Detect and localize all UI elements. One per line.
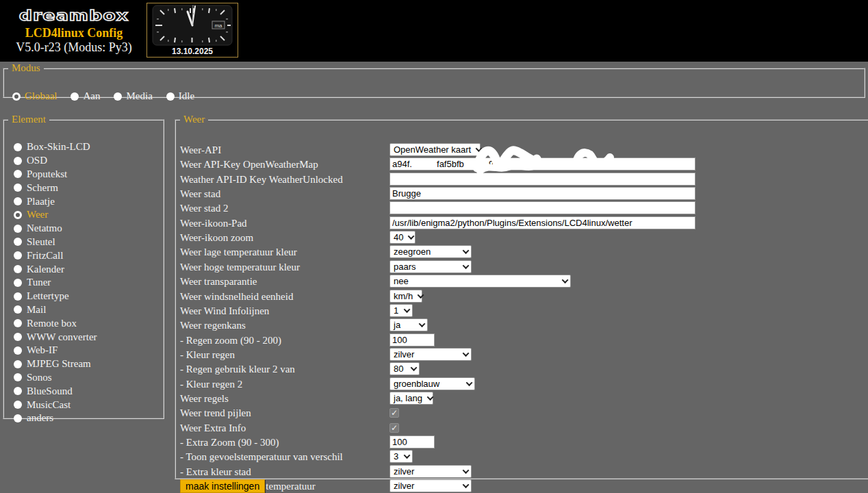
radio-icon[interactable] [14, 157, 22, 165]
weer-regenkans-select[interactable]: ja [390, 318, 428, 331]
extra-zoom-90-300-input[interactable] [390, 435, 435, 448]
weer-transparantie-select[interactable]: nee [390, 275, 571, 288]
chevron-down-icon [463, 481, 470, 488]
weer-windsnelheid-eenheid-select[interactable]: km/h [390, 290, 422, 303]
element-item-osd[interactable]: OSD [14, 154, 160, 168]
clock-day-label: ma [214, 23, 222, 29]
weer-row-weer-wind-infolijnen: Weer Wind Infolijnen1 [180, 303, 868, 318]
radio-icon[interactable] [14, 387, 22, 395]
weather-api-id-key-weatherunlocked-input[interactable] [390, 173, 695, 186]
field-label: - Extra kleur stad [180, 466, 251, 477]
radio-icon[interactable] [114, 92, 122, 101]
radio-icon[interactable] [166, 92, 175, 101]
radio-icon[interactable] [14, 305, 22, 314]
weer-ikoon-zoom-select[interactable]: 40 [390, 231, 416, 244]
field-label: Weer lage temperatuur kleur [180, 246, 297, 257]
element-item-www-converter[interactable]: WWW converter [14, 330, 160, 344]
element-item-mail[interactable]: Mail [14, 303, 160, 317]
element-item-fritzcall[interactable]: FritzCall [14, 249, 160, 262]
weer-wind-infolijnen-select[interactable]: 1 [390, 304, 413, 317]
element-item-box-skin-lcd[interactable]: Box-Skin-LCD [14, 140, 160, 154]
weer-regels-select[interactable]: ja, lang [390, 392, 433, 405]
modus-fieldset: Modus Globaal Aan Media Idle [3, 62, 865, 98]
selected-value: km/h [394, 290, 413, 302]
kleur-regen-select[interactable]: zilver [390, 348, 472, 361]
radio-icon[interactable] [14, 225, 22, 233]
element-item-plaatje[interactable]: Plaatje [14, 194, 160, 208]
radio-icon[interactable] [14, 238, 22, 246]
radio-icon[interactable] [14, 414, 22, 422]
weer-row-weer-lage-temperatuur-kleur: Weer lage temperatuur kleurzeegroen [180, 244, 868, 259]
lcd-clock-preview[interactable]: ma 13.10.2025 [146, 3, 238, 58]
element-item-poputekst[interactable]: Poputekst [14, 168, 160, 181]
kleur-regen-2-select[interactable]: groenblauw [390, 377, 475, 390]
clock-face-graphic: ma 13.10.2025 [147, 3, 238, 57]
element-item-anders[interactable]: anders [14, 412, 160, 425]
radio-icon[interactable] [14, 197, 22, 205]
selected-value: 40 [394, 231, 403, 243]
weer-hoge-temperatuur-kleur-select[interactable]: paars [390, 260, 472, 273]
weer-extra-info-checkbox[interactable]: ✓ [390, 423, 399, 433]
radio-icon[interactable] [14, 319, 22, 327]
regen-zoom-90-200-input[interactable] [390, 333, 435, 346]
weer-api-key-openweathermap-input[interactable] [390, 157, 695, 170]
radio-icon[interactable] [14, 211, 22, 219]
element-item-weer[interactable]: Weer [14, 208, 160, 222]
radio-icon[interactable] [14, 333, 22, 341]
chevron-down-icon [476, 145, 483, 152]
element-item-lettertype[interactable]: Lettertype [14, 290, 160, 303]
weer-trend-pijlen-checkbox[interactable]: ✓ [390, 408, 399, 418]
radio-icon[interactable] [14, 292, 22, 301]
toon-gevoelstemperatuur-van-verschil-select[interactable]: 3 [390, 450, 413, 463]
radio-icon[interactable] [14, 401, 22, 409]
radio-icon[interactable] [14, 360, 22, 368]
field-label: Weer stad 2 [180, 203, 228, 214]
element-item-remote-box[interactable]: Remote box [14, 316, 160, 330]
radio-icon[interactable] [14, 346, 22, 355]
radio-icon[interactable] [14, 184, 22, 192]
radio-icon[interactable] [71, 92, 79, 101]
field-label: Weer API-Key OpenWeatherMap [180, 159, 318, 170]
weer-stad-2-input[interactable] [390, 201, 695, 214]
selected-value: 1 [394, 305, 398, 316]
element-label: FritzCall [27, 250, 63, 262]
weer-stad-input[interactable] [390, 187, 695, 200]
modus-option-aan[interactable]: Aan [71, 90, 100, 102]
radio-icon[interactable] [14, 170, 22, 178]
chevron-down-icon [418, 292, 424, 299]
element-label: Netatmo [27, 223, 62, 234]
modus-option-globaal[interactable]: Globaal [12, 90, 57, 102]
weer-row-weer-stad-2: Weer stad 2 [180, 201, 868, 215]
extra-kleur-gevoelstemperatuur-select[interactable]: zilver [390, 479, 472, 492]
element-item-mjpeg-stream[interactable]: MJPEG Stream [14, 357, 160, 371]
element-item-sonos[interactable]: Sonos [14, 371, 160, 385]
weer-api-select[interactable]: OpenWeather kaart [390, 143, 481, 156]
weer-lage-temperatuur-kleur-select[interactable]: zeegroen [390, 245, 472, 258]
field-label: - Kleur regen 2 [180, 379, 242, 390]
element-item-tuner[interactable]: Tuner [14, 276, 160, 290]
element-item-scherm[interactable]: Scherm [14, 181, 160, 194]
element-item-web-if[interactable]: Web-IF [14, 344, 160, 357]
radio-icon[interactable] [14, 265, 22, 273]
element-item-sleutel[interactable]: Sleutel [14, 236, 160, 249]
radio-icon[interactable] [14, 143, 22, 151]
radio-icon[interactable] [14, 251, 22, 260]
regen-gebruik-kleur-2-van-select[interactable]: 80 [390, 362, 420, 375]
element-label: OSD [27, 155, 47, 166]
selected-value: zeegroen [394, 246, 431, 257]
element-item-kalender[interactable]: Kalender [14, 262, 160, 276]
weer-ikoon-pad-input[interactable] [390, 216, 695, 229]
element-item-bluesound[interactable]: BlueSound [14, 384, 160, 398]
element-item-musiccast[interactable]: MusicCast [14, 398, 160, 412]
radio-icon[interactable] [14, 279, 22, 287]
radio-icon[interactable] [14, 373, 22, 381]
modus-option-idle[interactable]: Idle [166, 90, 194, 102]
make-settings-button[interactable]: maak instellingen [180, 479, 265, 493]
radio-icon[interactable] [12, 92, 21, 101]
element-item-netatmo[interactable]: Netatmo [14, 222, 160, 236]
field-label: Weer transparantie [180, 276, 257, 287]
field-label: Weather API-ID Key WeatherUnlocked [180, 174, 343, 185]
modus-option-media[interactable]: Media [114, 90, 152, 102]
element-label: Box-Skin-LCD [27, 141, 90, 153]
extra-kleur-stad-select[interactable]: zilver [390, 465, 472, 478]
